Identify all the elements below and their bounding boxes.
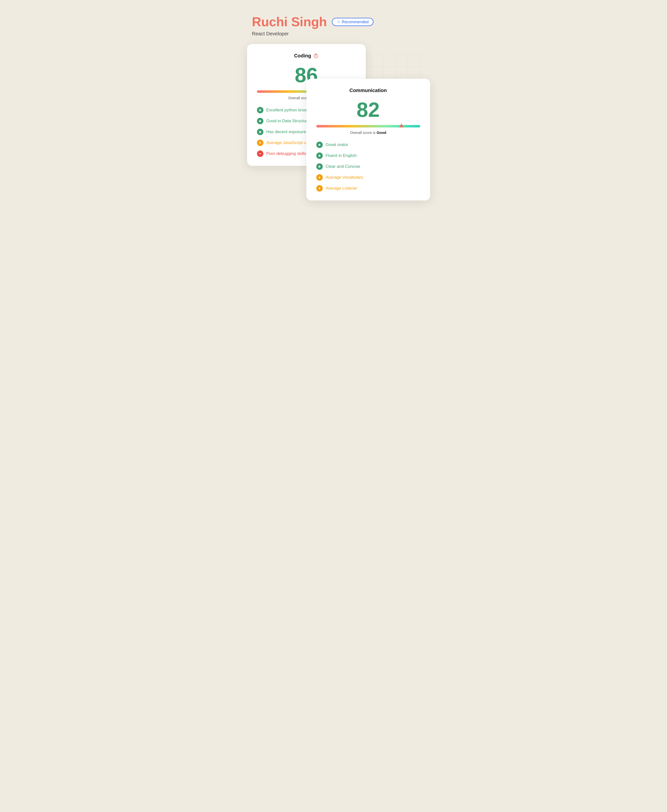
positive-icon: [316, 163, 323, 170]
badge-label: Recommended: [342, 20, 369, 24]
neutral-icon: [257, 140, 264, 146]
list-item: Great orator: [316, 141, 420, 148]
feedback-text: Clear and Concise: [326, 164, 360, 169]
positive-icon: [257, 129, 264, 135]
svg-point-1: [317, 54, 317, 55]
communication-score-bar: [316, 125, 420, 128]
communication-card: Communication 82 Overall score is Good G…: [307, 79, 430, 200]
list-item: Clear and Concise: [316, 163, 420, 170]
positive-icon: [316, 141, 323, 148]
cards-wrapper: Coding 86 O: [247, 44, 420, 166]
feedback-text: Fluent in English: [326, 153, 357, 158]
communication-score: 82: [316, 99, 420, 120]
svg-marker-3: [399, 123, 403, 127]
communication-score-bar-container: [316, 125, 420, 128]
list-item: Average Vocabulary: [316, 174, 420, 181]
communication-score-label-text: Overall score is: [350, 130, 377, 135]
positive-icon: [316, 153, 323, 159]
communication-score-label: Overall score is Good: [316, 130, 420, 135]
list-item: Average Listener: [316, 185, 420, 191]
header-section: Ruchi Singh ☆ Recommended React Develope…: [247, 15, 420, 37]
communication-score-quality: Good: [377, 130, 386, 135]
candidate-name: Ruchi Singh: [252, 15, 327, 29]
candidate-name-row: Ruchi Singh ☆ Recommended: [252, 15, 420, 29]
feedback-text: Great orator: [326, 142, 348, 147]
timer-icon: [313, 53, 319, 59]
feedback-text: Poor debugging skills.: [266, 151, 307, 156]
communication-feedback-list: Great orator Fluent in English Clear and…: [316, 141, 420, 191]
coding-title-text: Coding: [294, 53, 311, 59]
positive-icon: [257, 107, 264, 113]
communication-score-marker: [399, 123, 404, 130]
feedback-text: Average Listener: [326, 186, 357, 191]
positive-icon: [257, 118, 264, 124]
neutral-icon: [316, 174, 323, 181]
page-container: Ruchi Singh ☆ Recommended React Develope…: [247, 15, 420, 238]
candidate-role: React Developer: [252, 31, 420, 37]
feedback-text: Average Vocabulary: [326, 175, 363, 180]
communication-title-text: Communication: [350, 88, 387, 93]
list-item: Fluent in English: [316, 153, 420, 159]
feedback-text: Good in Data Structures.: [266, 118, 313, 123]
star-icon: ☆: [337, 20, 340, 24]
communication-card-title: Communication: [316, 88, 420, 93]
coding-card-title: Coding: [257, 53, 356, 59]
recommended-badge[interactable]: ☆ Recommended: [332, 18, 374, 26]
negative-icon: [257, 150, 264, 157]
neutral-icon: [316, 185, 323, 191]
